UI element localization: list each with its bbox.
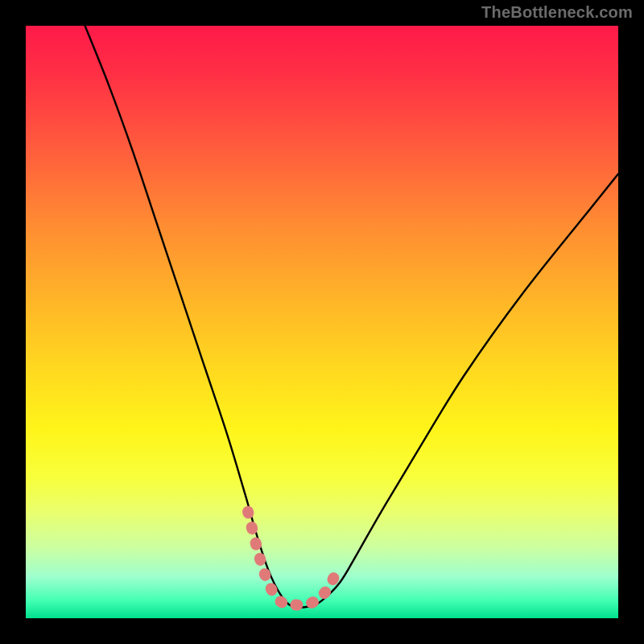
bottleneck-curve: [85, 26, 618, 608]
plot-area: [26, 26, 618, 618]
curve-layer: [26, 26, 618, 618]
highlight-valley: [248, 512, 336, 605]
chart-frame: TheBottleneck.com: [0, 0, 644, 644]
watermark-text: TheBottleneck.com: [481, 3, 633, 22]
